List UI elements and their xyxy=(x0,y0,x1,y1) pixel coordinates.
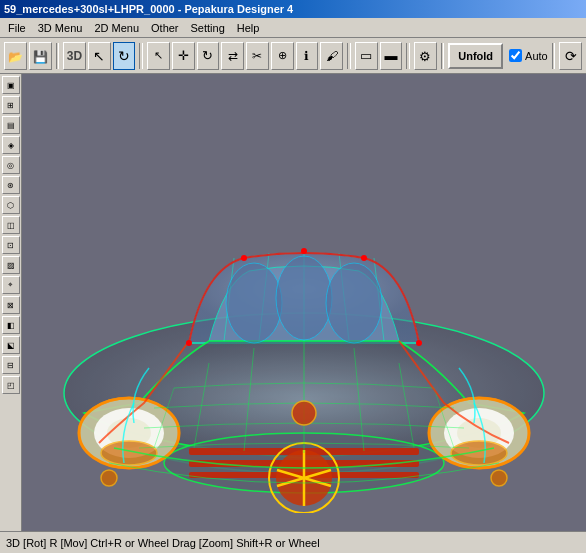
sidebar-btn-3[interactable]: ▤ xyxy=(2,116,20,134)
sidebar-icon-3: ▤ xyxy=(7,121,15,130)
info-icon: ℹ xyxy=(304,49,309,63)
gear-icon xyxy=(419,48,431,64)
menu-3d[interactable]: 3D Menu xyxy=(32,20,89,36)
sidebar-btn-9[interactable]: ⊡ xyxy=(2,236,20,254)
info-button[interactable]: ℹ xyxy=(296,42,319,70)
separator-6 xyxy=(552,43,556,69)
sidebar-btn-13[interactable]: ◧ xyxy=(2,316,20,334)
rect2-button[interactable]: ▬ xyxy=(380,42,403,70)
separator-1 xyxy=(56,43,60,69)
sidebar-icon-7: ⬡ xyxy=(7,201,14,210)
move-button[interactable]: ✛ xyxy=(172,42,195,70)
car-wireframe-svg xyxy=(34,93,574,513)
svg-point-42 xyxy=(292,401,316,425)
svg-point-35 xyxy=(186,340,192,346)
svg-point-38 xyxy=(361,255,367,261)
sidebar-btn-2[interactable]: ⊞ xyxy=(2,96,20,114)
left-sidebar: ▣ ⊞ ▤ ◈ ◎ ⊛ ⬡ ◫ ⊡ ▨ ⌖ ⊠ xyxy=(0,74,22,531)
paint-icon: 🖌 xyxy=(326,49,338,63)
menu-setting[interactable]: Setting xyxy=(185,20,231,36)
settings-button[interactable] xyxy=(414,42,437,70)
menu-2d[interactable]: 2D Menu xyxy=(88,20,145,36)
rect1-button[interactable]: ▭ xyxy=(355,42,378,70)
select-icon: ↖ xyxy=(154,49,163,62)
sidebar-btn-10[interactable]: ▨ xyxy=(2,256,20,274)
cursor-button[interactable] xyxy=(88,42,111,70)
join-button[interactable]: ⊕ xyxy=(271,42,294,70)
join-icon: ⊕ xyxy=(278,49,287,62)
svg-point-37 xyxy=(241,255,247,261)
select-button[interactable]: ↖ xyxy=(147,42,170,70)
sidebar-icon-4: ◈ xyxy=(8,141,14,150)
view-3d-button[interactable]: 3D xyxy=(63,42,86,70)
sidebar-icon-16: ◰ xyxy=(7,381,15,390)
menu-other[interactable]: Other xyxy=(145,20,185,36)
flip-icon: ⇄ xyxy=(228,49,238,63)
separator-5 xyxy=(441,43,445,69)
menu-file[interactable]: File xyxy=(2,20,32,36)
svg-point-14 xyxy=(101,441,157,465)
svg-point-40 xyxy=(101,470,117,486)
sidebar-btn-7[interactable]: ⬡ xyxy=(2,196,20,214)
status-text: 3D [Rot] R [Mov] Ctrl+R or Wheel Drag [Z… xyxy=(6,537,320,549)
rect2-icon: ▬ xyxy=(384,48,397,63)
sidebar-icon-15: ⊟ xyxy=(7,361,14,370)
sidebar-icon-13: ◧ xyxy=(7,321,15,330)
sidebar-btn-16[interactable]: ◰ xyxy=(2,376,20,394)
sidebar-icon-2: ⊞ xyxy=(7,101,14,110)
svg-point-19 xyxy=(451,441,507,465)
refresh-button[interactable] xyxy=(559,42,582,70)
auto-label: Auto xyxy=(525,50,548,62)
menu-help[interactable]: Help xyxy=(231,20,266,36)
rotate-icon xyxy=(118,48,130,64)
auto-checkbox[interactable] xyxy=(509,49,522,62)
rotate2-button[interactable]: ↻ xyxy=(197,42,220,70)
sidebar-icon-10: ▨ xyxy=(7,261,15,270)
sidebar-btn-12[interactable]: ⊠ xyxy=(2,296,20,314)
split-button[interactable]: ✂ xyxy=(246,42,269,70)
flip-button[interactable]: ⇄ xyxy=(221,42,244,70)
menu-bar: File 3D Menu 2D Menu Other Setting Help xyxy=(0,18,586,38)
rotate2-icon: ↻ xyxy=(202,48,213,63)
separator-2 xyxy=(139,43,143,69)
sidebar-btn-14[interactable]: ⬕ xyxy=(2,336,20,354)
sidebar-icon-6: ⊛ xyxy=(7,181,14,190)
sidebar-btn-6[interactable]: ⊛ xyxy=(2,176,20,194)
viewport-3d[interactable] xyxy=(22,74,586,531)
sidebar-icon-8: ◫ xyxy=(7,221,15,230)
sidebar-icon-12: ⊠ xyxy=(7,301,14,310)
svg-point-33 xyxy=(276,256,332,340)
title-text: 59_mercedes+300sl+LHPR_0000 - Pepakura D… xyxy=(4,3,293,15)
car-model-container xyxy=(22,74,586,531)
save-button[interactable] xyxy=(29,42,52,70)
main-layout: ▣ ⊞ ▤ ◈ ◎ ⊛ ⬡ ◫ ⊡ ▨ ⌖ ⊠ xyxy=(0,74,586,531)
sidebar-icon-14: ⬕ xyxy=(7,341,15,350)
sidebar-btn-11[interactable]: ⌖ xyxy=(2,276,20,294)
title-bar: 59_mercedes+300sl+LHPR_0000 - Pepakura D… xyxy=(0,0,586,18)
sidebar-btn-1[interactable]: ▣ xyxy=(2,76,20,94)
paint-button[interactable]: 🖌 xyxy=(320,42,343,70)
svg-point-41 xyxy=(491,470,507,486)
auto-container: Auto xyxy=(509,49,548,62)
svg-point-32 xyxy=(226,263,282,343)
sidebar-btn-15[interactable]: ⊟ xyxy=(2,356,20,374)
sidebar-icon-9: ⊡ xyxy=(7,241,14,250)
rotate-button[interactable] xyxy=(113,42,136,70)
sidebar-btn-4[interactable]: ◈ xyxy=(2,136,20,154)
move-icon: ✛ xyxy=(178,48,189,63)
sidebar-btn-8[interactable]: ◫ xyxy=(2,216,20,234)
save-icon xyxy=(33,48,48,64)
sidebar-btn-5[interactable]: ◎ xyxy=(2,156,20,174)
rect1-icon: ▭ xyxy=(360,48,372,63)
view-3d-icon: 3D xyxy=(67,49,82,63)
sidebar-icon-5: ◎ xyxy=(7,161,14,170)
toolbar: 3D ↖ ✛ ↻ ⇄ ✂ ⊕ ℹ 🖌 ▭ ▬ Unfold xyxy=(0,38,586,74)
refresh-icon xyxy=(565,48,577,64)
separator-4 xyxy=(406,43,410,69)
svg-point-39 xyxy=(301,248,307,254)
unfold-button[interactable]: Unfold xyxy=(448,43,503,69)
cursor-icon xyxy=(93,48,105,64)
split-icon: ✂ xyxy=(252,49,262,63)
status-bar: 3D [Rot] R [Mov] Ctrl+R or Wheel Drag [Z… xyxy=(0,531,586,553)
open-button[interactable] xyxy=(4,42,27,70)
